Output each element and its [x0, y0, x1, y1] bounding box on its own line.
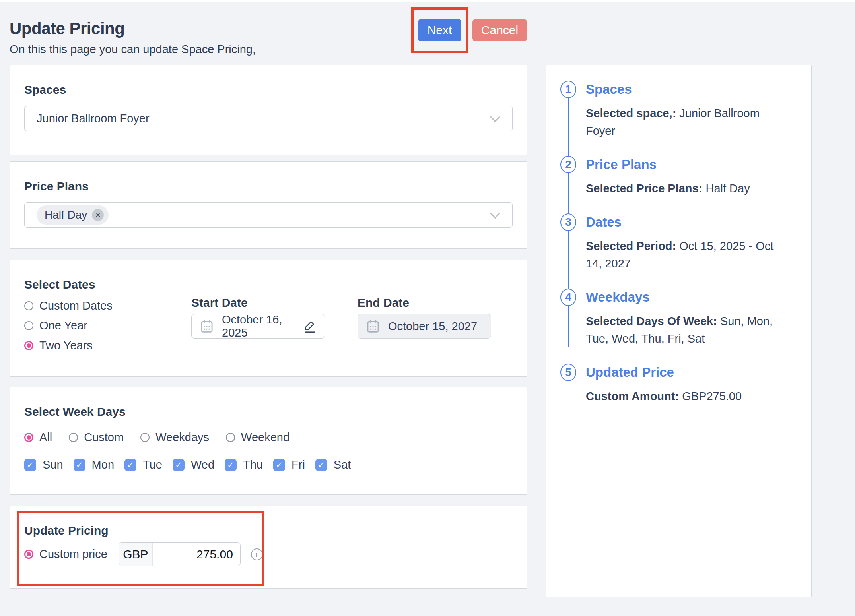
custom-price-input[interactable]: [153, 543, 240, 566]
checkbox-mon[interactable]: ✓ Mon: [74, 458, 114, 471]
summary-step-weekdays: 4 Weekdays Selected Days Of Week: Sun, M…: [546, 289, 811, 347]
step-description: Selected space,: Junior Ballroom Foyer: [586, 105, 787, 139]
end-date-label: End Date: [358, 296, 491, 310]
step-title-dates[interactable]: Dates: [586, 215, 622, 230]
calendar-icon: [367, 320, 379, 333]
check-icon: ✓: [273, 459, 285, 471]
price-plan-chip: Half Day ×: [37, 205, 109, 225]
radio-icon: [226, 433, 235, 442]
radio-icon: [140, 433, 150, 442]
step-number: 3: [560, 213, 576, 231]
select-week-days-section: Select Week Days All Custom Weekdays: [10, 387, 527, 495]
check-icon: ✓: [173, 459, 185, 471]
step-number: 5: [560, 364, 576, 381]
step-title-spaces[interactable]: Spaces: [586, 82, 632, 97]
step-title-updated-price[interactable]: Updated Price: [586, 365, 674, 380]
spaces-label: Spaces: [24, 83, 513, 97]
start-date-label: Start Date: [191, 296, 325, 310]
radio-option-custom-price[interactable]: Custom price: [24, 548, 107, 561]
summary-step-spaces: 1 Spaces Selected space,: Junior Ballroo…: [546, 65, 811, 139]
start-date-field[interactable]: October 16, 2025: [191, 314, 325, 339]
cancel-button[interactable]: Cancel: [472, 19, 527, 41]
day-checkboxes: ✓ Sun ✓ Mon ✓ Tue ✓ Wed: [24, 458, 513, 471]
step-description: Custom Amount: GBP275.00: [586, 387, 787, 405]
summary-panel: 1 Spaces Selected space,: Junior Ballroo…: [546, 65, 812, 597]
select-week-days-label: Select Week Days: [24, 405, 513, 419]
select-dates-section: Select Dates Custom Dates One Year: [10, 260, 527, 377]
start-date-value: October 16, 2025: [222, 313, 301, 339]
radio-option-weekdays[interactable]: Weekdays: [140, 431, 209, 444]
step-title-weekdays[interactable]: Weekdays: [586, 290, 650, 305]
checkbox-thu[interactable]: ✓ Thu: [225, 458, 263, 471]
week-mode-options: All Custom Weekdays Weekend: [24, 431, 513, 444]
chevron-down-icon: [490, 209, 500, 219]
next-button-highlight: Next: [411, 7, 468, 53]
chevron-down-icon: [490, 112, 500, 122]
radio-option-custom[interactable]: Custom: [69, 431, 124, 444]
form-column: Spaces Junior Ballroom Foyer Price Plans…: [10, 65, 527, 589]
step-title-price-plans[interactable]: Price Plans: [586, 157, 657, 172]
radio-icon: [69, 433, 78, 442]
update-pricing-page: Update Pricing On this this page you can…: [0, 2, 855, 616]
radio-option-all[interactable]: All: [24, 431, 52, 444]
check-icon: ✓: [124, 459, 136, 471]
next-button[interactable]: Next: [418, 19, 461, 41]
edit-icon[interactable]: [304, 320, 316, 333]
spaces-select[interactable]: Junior Ballroom Foyer: [24, 106, 513, 131]
radio-icon: [24, 301, 33, 310]
date-range-options: Custom Dates One Year Two Years: [24, 296, 191, 355]
start-date-group: Start Date October 1: [191, 296, 325, 339]
step-number: 1: [560, 81, 576, 98]
end-date-value: October 15, 2027: [388, 320, 482, 333]
check-icon: ✓: [24, 459, 36, 471]
radio-icon-selected: [24, 550, 33, 559]
end-date-field: October 15, 2027: [358, 314, 491, 339]
check-icon: ✓: [74, 459, 86, 471]
radio-icon-selected: [24, 341, 33, 350]
radio-option-weekend[interactable]: Weekend: [226, 431, 290, 444]
step-description: Selected Price Plans: Half Day: [586, 180, 787, 197]
spaces-selected-value: Junior Ballroom Foyer: [37, 112, 150, 125]
radio-option-custom-dates[interactable]: Custom Dates: [24, 296, 191, 316]
spaces-section: Spaces Junior Ballroom Foyer: [10, 65, 527, 155]
check-icon: ✓: [225, 459, 237, 471]
checkbox-wed[interactable]: ✓ Wed: [173, 458, 214, 471]
update-pricing-label: Update Pricing: [24, 523, 513, 538]
info-icon[interactable]: i: [251, 548, 263, 560]
checkbox-fri[interactable]: ✓ Fri: [273, 458, 305, 471]
step-number: 4: [560, 289, 576, 306]
radio-option-one-year[interactable]: One Year: [24, 316, 191, 335]
price-plan-chip-label: Half Day: [45, 209, 87, 221]
step-description: Selected Days Of Week: Sun, Mon, Tue, We…: [586, 312, 787, 347]
price-plans-select[interactable]: Half Day ×: [24, 202, 513, 228]
remove-icon[interactable]: ×: [92, 209, 104, 221]
calendar-icon: [200, 320, 213, 333]
check-icon: ✓: [315, 459, 327, 471]
checkbox-sun[interactable]: ✓ Sun: [24, 458, 63, 471]
checkbox-tue[interactable]: ✓ Tue: [124, 458, 162, 471]
radio-icon-selected: [24, 433, 33, 442]
price-plans-section: Price Plans Half Day ×: [10, 161, 527, 249]
step-description: Selected Period: Oct 15, 2025 - Oct 14, …: [586, 237, 787, 272]
currency-prefix: GBP: [119, 543, 153, 566]
radio-option-two-years[interactable]: Two Years: [24, 335, 191, 355]
summary-step-dates: 3 Dates Selected Period: Oct 15, 2025 - …: [546, 213, 811, 272]
end-date-group: End Date October 15,: [358, 296, 491, 339]
radio-icon: [24, 321, 33, 330]
select-dates-label: Select Dates: [24, 277, 513, 292]
update-pricing-section: Update Pricing Custom price GBP i: [10, 506, 527, 589]
price-plans-label: Price Plans: [24, 179, 513, 194]
step-number: 2: [560, 156, 576, 173]
summary-step-price-plans: 2 Price Plans Selected Price Plans: Half…: [546, 156, 811, 197]
checkbox-sat[interactable]: ✓ Sat: [315, 458, 351, 471]
custom-price-input-group: GBP: [119, 542, 241, 566]
summary-step-updated-price: 5 Updated Price Custom Amount: GBP275.00: [546, 364, 811, 405]
